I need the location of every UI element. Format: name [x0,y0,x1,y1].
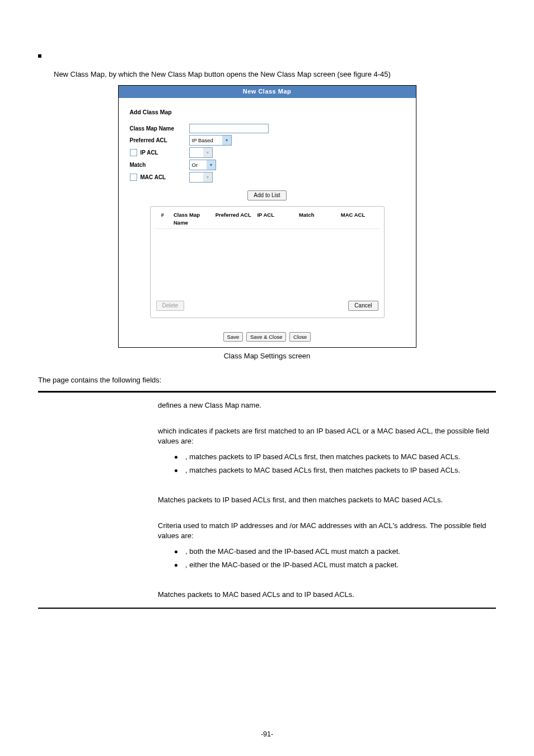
intro-line: New Class Map, by which the New Class Ma… [54,69,496,80]
bullet-icon [175,550,177,553]
mac-acl-checkbox[interactable] [130,174,137,181]
col-ip-acl: IP ACL [257,211,296,226]
bullet-icon [175,564,177,567]
col-preferred-acl: Preferred ACL [216,211,254,226]
figure-caption: Class Map Settings screen [38,351,496,361]
def-desc: Matches packets to MAC based ACLs and to… [158,590,496,600]
bullet-icon [175,456,177,459]
def-row: Matches packets to MAC based ACLs and to… [38,582,496,608]
col-class-map-name: Class Map Name [174,211,212,226]
bullet-item [38,50,496,60]
def-term [38,426,158,479]
definitions-table: defines a new Class Map name. which indi… [38,391,496,609]
ip-acl-select: ▾ [189,147,213,158]
label-match: Match [130,161,189,169]
match-value: Or [190,160,207,170]
add-to-list-button[interactable]: Add to List [247,190,286,200]
page-number: -91- [0,730,534,740]
def-term [38,400,158,410]
cancel-button[interactable]: Cancel [348,301,378,311]
delete-button: Delete [156,301,185,311]
preferred-acl-value: IP Based [190,136,222,145]
label-class-map-name: Class Map Name [130,125,189,133]
mac-acl-select: ▾ [189,172,213,183]
def-row: Matches packets to IP based ACLs first, … [38,487,496,513]
square-bullet-icon [38,54,41,58]
close-button[interactable]: Close [289,332,311,342]
match-select[interactable]: Or ▾ [189,160,216,170]
save-button[interactable]: Save [223,332,243,342]
defs-intro: The page contains the following fields: [38,375,496,385]
ip-acl-checkbox[interactable] [130,149,137,156]
chevron-down-icon: ▾ [222,136,231,145]
bullet-icon [175,469,177,472]
def-desc: Criteria used to match IP addresses and … [158,521,486,540]
col-match: Match [299,211,338,226]
label-mac-acl: MAC ACL [140,174,166,181]
def-row: Criteria used to match IP addresses and … [38,513,496,582]
class-map-name-input[interactable] [189,124,269,133]
chevron-down-icon: ▾ [203,172,212,182]
def-desc: defines a new Class Map name. [158,400,496,410]
def-desc: Matches packets to IP based ACLs first, … [158,495,496,505]
chevron-down-icon: ▾ [207,160,216,170]
dialog-title: New Class Map [119,86,416,97]
def-row: defines a new Class Map name. [38,393,496,418]
def-row: which indicates if packets are first mat… [38,418,496,487]
sub-text: , either the MAC-based or the IP-based A… [185,561,399,569]
def-term [38,521,158,574]
screenshot-figure: New Class Map Add Class Map Class Map Na… [118,85,416,348]
preferred-acl-select[interactable]: IP Based ▾ [189,135,232,146]
sub-text: , matches packets to MAC based ACLs firs… [185,466,460,474]
col-number: # [155,211,170,226]
table-body-empty [155,228,380,296]
label-ip-acl: IP ACL [140,149,158,157]
def-term [38,590,158,600]
col-mac-acl: MAC ACL [341,211,380,226]
sub-text: , matches packets to IP based ACLs first… [185,452,460,461]
chevron-down-icon: ▾ [203,148,212,157]
section-heading: Add Class Map [130,108,405,116]
label-preferred-acl: Preferred ACL [130,137,189,144]
def-term [38,495,158,505]
save-close-button[interactable]: Save & Close [246,332,287,342]
class-map-table: # Class Map Name Preferred ACL IP ACL Ma… [150,206,385,318]
sub-text: , both the MAC-based and the IP-based AC… [185,547,400,556]
def-desc: which indicates if packets are first mat… [158,427,489,445]
